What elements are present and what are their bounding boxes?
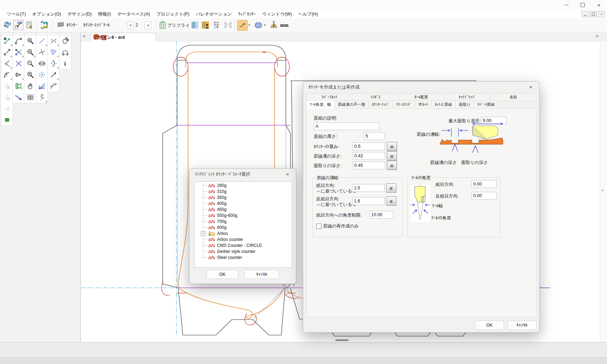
menu-item[interactable]: ウィンドウ(W)	[259, 11, 295, 17]
tool-zoom-out[interactable]	[24, 58, 36, 69]
counter-tab[interactable]: ﾀｯｸﾌﾞﾘｯｼﾞ	[444, 93, 491, 101]
counter-tab[interactable]: ｶｳﾝﾀｰｴｯｼﾞ	[368, 100, 393, 109]
tree-item[interactable]: 450g	[194, 206, 292, 212]
tool-arrow[interactable]	[13, 69, 24, 80]
tree-item[interactable]: 260g	[194, 182, 292, 188]
menu-item[interactable]: ヘルプ(H)	[295, 11, 321, 17]
tool-stair-step[interactable]	[13, 92, 24, 103]
counter-tab[interactable]: ﾘﾊﾞｰｽｶｯﾄ	[306, 93, 353, 101]
tool-center-point[interactable]	[36, 69, 48, 80]
counter-tab[interactable]: ﾂｰﾙ角度、幅	[306, 100, 335, 109]
counter-thickness-field[interactable]	[353, 142, 385, 150]
grain-groove-width-field[interactable]	[352, 184, 385, 192]
tool-bezier-circle-b[interactable]	[59, 47, 71, 58]
board-desc-field[interactable]	[314, 122, 379, 130]
cross-groove-width-field[interactable]	[352, 197, 385, 205]
menu-item[interactable]: デザイン(D)	[64, 11, 95, 17]
tab-scroll-right-icon[interactable]: ▹	[596, 33, 599, 38]
window-minimize-button[interactable]	[558, 0, 575, 10]
palette-drag-handle[interactable]	[59, 33, 71, 35]
tool-distance-measure[interactable]	[1, 35, 13, 47]
window-close-button[interactable]: ×	[591, 0, 607, 10]
tool-triangle-select[interactable]	[48, 47, 59, 58]
mdi-minimize-button[interactable]	[582, 11, 589, 17]
tool-fillet[interactable]	[13, 35, 24, 47]
select-ok-button[interactable]: OK	[206, 270, 238, 279]
palette-drag-handle[interactable]	[36, 33, 48, 35]
tool-zoom-previous[interactable]	[24, 69, 36, 80]
select-cancel-button[interactable]: ｷｬﾝｾﾙ	[244, 270, 279, 279]
menu-item[interactable]: 情報(I)	[95, 11, 114, 17]
tool-line-points[interactable]	[48, 35, 59, 47]
counter-cancel-button[interactable]: ｷｬﾝｾﾙ	[507, 321, 536, 330]
checklist-icon[interactable]	[190, 20, 200, 30]
chamfer-depth-field[interactable]	[353, 162, 385, 169]
tool-curve-hook[interactable]	[36, 92, 48, 103]
tool-zoom-in[interactable]	[24, 35, 36, 47]
dialog-counter-close-icon[interactable]: ×	[527, 84, 535, 91]
tool-arc-moon[interactable]	[48, 58, 59, 69]
convert-layers-icon[interactable]	[40, 20, 49, 30]
crease-style-button[interactable]	[237, 20, 248, 31]
tree-item[interactable]: 350g	[194, 194, 292, 200]
tool-resize[interactable]	[1, 47, 13, 58]
tool-numbered-curve[interactable]: 123	[48, 80, 59, 92]
section-cross-icon[interactable]	[212, 20, 222, 30]
counter-output-icon[interactable]	[13, 20, 23, 30]
manufacturing-icon[interactable]	[2, 20, 12, 30]
palette-drag-handle[interactable]	[1, 33, 13, 35]
tree-item[interactable]: Artios counter	[194, 236, 292, 242]
crease-style-caret[interactable]: ▾	[248, 23, 250, 27]
tool-diagonal-arrow[interactable]	[48, 69, 59, 80]
dimension-pin-icon[interactable]	[269, 20, 279, 30]
tool-grain-field[interactable]	[471, 180, 497, 188]
mdi-restore-button[interactable]	[590, 11, 597, 17]
palette-drag-handle[interactable]	[13, 33, 24, 35]
counter-tab[interactable]: 罫線溝の不一致	[335, 100, 369, 109]
tree-item[interactable]: 700g	[194, 218, 292, 224]
mdi-close-button[interactable]: ×	[598, 11, 605, 17]
tool-rays[interactable]	[36, 80, 48, 92]
tool-cross-field[interactable]	[471, 192, 497, 200]
tool-group-select[interactable]	[13, 80, 24, 92]
counter-tab[interactable]: ﾎｰﾙ配置	[398, 93, 444, 101]
chamfer-depth-formula-button[interactable]: ≡	[387, 161, 397, 170]
board-thickness-field[interactable]	[364, 132, 385, 140]
tool-pan-hand[interactable]	[24, 80, 36, 92]
menu-item[interactable]: パレチゼーション	[193, 11, 235, 17]
grain-formula-button[interactable]: ≡	[386, 183, 396, 193]
tool-cut[interactable]	[13, 47, 24, 58]
counter-tab[interactable]: ｸﾘｰｽｴﾝﾄﾞ	[392, 100, 415, 109]
tool-preview[interactable]	[24, 92, 36, 103]
tool-line[interactable]	[36, 35, 48, 47]
tool-move-1[interactable]	[1, 80, 13, 92]
counter-thickness-formula-button[interactable]: ≡	[387, 142, 397, 151]
counter-ok-button[interactable]: OK	[475, 321, 504, 330]
tool-layer-chip[interactable]	[1, 114, 13, 126]
tool-angle-measure[interactable]	[1, 58, 13, 69]
print-sample-icon[interactable]	[25, 20, 35, 30]
tool-radius-arc[interactable]: R	[1, 69, 13, 80]
tree-item[interactable]: 550g-600g	[194, 212, 292, 218]
tab-scroll-left-icon[interactable]: ◃	[83, 33, 85, 38]
counter-tab[interactable]: 面取り	[455, 100, 474, 109]
cross-formula-button[interactable]: ≡	[386, 196, 396, 206]
menu-item[interactable]: ツール(T)	[4, 11, 29, 17]
tree-item[interactable]: 800g	[194, 224, 292, 230]
tool-info[interactable]: i	[59, 58, 71, 69]
document-tab[interactable]: デザイン8 - ard ×	[90, 33, 156, 42]
menu-item[interactable]: オプション(O)	[29, 11, 64, 17]
shape-3d-button[interactable]	[253, 20, 263, 30]
tool-bezier-circle-a[interactable]	[59, 35, 71, 47]
tree-item[interactable]: Gerber style counter	[194, 248, 292, 254]
menu-item[interactable]: データベース(A)	[114, 11, 153, 17]
tree-item[interactable]: CMS Counter - CIRCLE	[194, 242, 292, 248]
tool-cross-angle[interactable]	[36, 47, 48, 58]
counter-tab[interactable]: ﾘﾊﾞｰｽ罫線	[474, 100, 499, 109]
menu-item[interactable]: ｳｪﾌﾞｾﾝﾀｰ	[235, 12, 259, 17]
preflight-icon[interactable]	[158, 20, 168, 30]
tool-move-3[interactable]: 3	[1, 103, 13, 114]
layer-combo-right[interactable]	[145, 22, 151, 29]
tool-move-2[interactable]	[1, 92, 13, 103]
tree-expander-icon[interactable]: +	[201, 231, 205, 236]
